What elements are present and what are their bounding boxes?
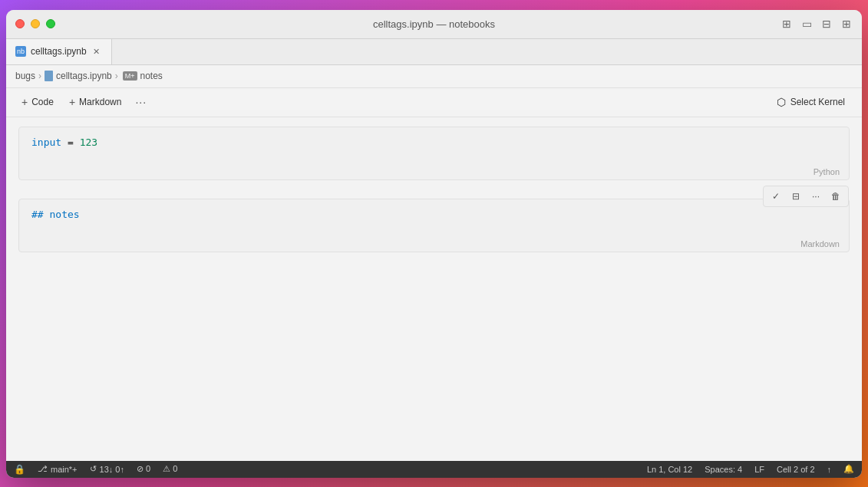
breadcrumb-bugs[interactable]: bugs — [15, 71, 35, 81]
code-number-123: 123 — [80, 137, 97, 148]
no-problems-label: ⊘ 0 — [137, 464, 150, 474]
position-label: Ln 1, Col 12 — [647, 465, 692, 474]
sync-label: 13↓ 0↑ — [100, 465, 124, 474]
tab-label: celltags.ipynb — [31, 46, 87, 57]
breadcrumb-bugs-label: bugs — [15, 71, 35, 81]
maximize-button[interactable] — [46, 19, 55, 28]
tab-bar: nb celltags.ipynb ✕ — [6, 39, 862, 65]
code-equals: = — [68, 137, 80, 148]
branch-status[interactable]: ⎇ main*+ — [38, 464, 78, 474]
sync-status[interactable]: ↺ 13↓ 0↑ — [90, 464, 124, 474]
source-icon[interactable]: ↑ — [827, 465, 832, 474]
add-code-button[interactable]: + Code — [15, 93, 60, 111]
cell-1-content[interactable]: input = 123 — [19, 127, 849, 164]
breadcrumb-sep-1: › — [38, 71, 41, 81]
tab-close-button[interactable]: ✕ — [91, 46, 102, 57]
cell-delete-button[interactable]: 🗑 — [827, 188, 845, 205]
title-bar: celltags.ipynb — notebooks ⊞ ▭ ⊟ ⊞ — [6, 10, 862, 39]
sidebar-icon[interactable]: ▭ — [800, 18, 813, 30]
branch-label: main*+ — [51, 465, 78, 474]
breadcrumb-file-label: celltags.ipynb — [56, 71, 112, 81]
traffic-lights — [15, 19, 55, 28]
cell-2-footer: Markdown — [19, 236, 849, 252]
kernel-icon: ⬡ — [777, 96, 786, 108]
sync-icon: ↺ — [90, 464, 97, 474]
breadcrumb-notes[interactable]: M+ notes — [121, 71, 163, 81]
close-button[interactable] — [15, 19, 25, 28]
plus-code-icon: + — [21, 96, 28, 108]
add-markdown-button[interactable]: + Markdown — [63, 93, 128, 111]
status-right: Ln 1, Col 12 Spaces: 4 LF Cell 2 of 2 ↑ … — [647, 464, 854, 474]
cell-confirm-button[interactable]: ✓ — [767, 188, 785, 205]
trash-icon: 🗑 — [831, 191, 840, 202]
layout-icon[interactable]: ⊞ — [840, 18, 853, 30]
breadcrumb-file[interactable]: celltags.ipynb — [45, 71, 112, 81]
notebook-icon: nb — [15, 46, 26, 57]
window-title: celltags.ipynb — notebooks — [373, 18, 495, 30]
cell-2[interactable]: ✓ ⊟ ··· 🗑 ## notes Markdown — [18, 199, 850, 252]
tab-celltags[interactable]: nb celltags.ipynb ✕ — [6, 39, 112, 64]
cell-toolbar: ✓ ⊟ ··· 🗑 — [763, 186, 849, 207]
warnings-label: ⚠ 0 — [163, 464, 177, 474]
branch-icon: ⎇ — [38, 464, 48, 474]
toolbar-more-button[interactable]: ··· — [130, 93, 151, 111]
markdown-heading: ## notes — [31, 209, 80, 220]
code-label: Code — [31, 97, 54, 107]
security-icon: 🔒 — [14, 464, 25, 475]
select-kernel-label: Select Kernel — [790, 97, 845, 107]
breadcrumb: bugs › celltags.ipynb › M+ notes — [6, 65, 862, 88]
plus-markdown-icon: + — [69, 96, 75, 108]
code-keyword-input: input — [31, 137, 61, 148]
status-bar: 🔒 ⎇ main*+ ↺ 13↓ 0↑ ⊘ 0 ⚠ 0 Ln 1, Col 12… — [6, 461, 862, 478]
file-icon — [45, 71, 53, 81]
cell-2-content[interactable]: ## notes — [19, 199, 849, 236]
app-window: celltags.ipynb — notebooks ⊞ ▭ ⊟ ⊞ nb ce… — [6, 10, 862, 478]
cell-1-language: Python — [814, 167, 840, 176]
breadcrumb-sep-2: › — [115, 71, 118, 81]
cell-info-label: Cell 2 of 2 — [777, 465, 815, 474]
notebook-content: input = 123 Python ✓ ⊟ ··· — [6, 117, 862, 461]
toolbar: + Code + Markdown ··· ⬡ Select Kernel — [6, 88, 862, 117]
title-bar-controls: ⊞ ▭ ⊟ ⊞ — [781, 18, 853, 30]
encoding-label: LF — [754, 465, 764, 474]
split-icon: ⊟ — [792, 191, 800, 202]
cell-more-icon: ··· — [812, 191, 820, 202]
grid-icon[interactable]: ⊞ — [781, 18, 793, 30]
select-kernel-button[interactable]: ⬡ Select Kernel — [769, 93, 853, 111]
breadcrumb-badge: M+ — [123, 71, 137, 81]
cell-more-button[interactable]: ··· — [807, 188, 825, 205]
breadcrumb-notes-label: notes — [140, 71, 163, 81]
cell-1-footer: Python — [19, 164, 849, 179]
notification-icon[interactable]: 🔔 — [843, 464, 854, 474]
split-icon[interactable]: ⊟ — [820, 18, 833, 30]
cell-2-language: Markdown — [800, 239, 840, 248]
spaces-label: Spaces: 4 — [705, 465, 742, 474]
warnings-status[interactable]: ⚠ 0 — [163, 464, 177, 474]
security-status[interactable]: 🔒 — [14, 464, 25, 475]
markdown-label: Markdown — [79, 97, 121, 107]
problems-status[interactable]: ⊘ 0 — [137, 464, 150, 474]
minimize-button[interactable] — [31, 19, 40, 28]
check-icon: ✓ — [772, 191, 780, 202]
cell-split-button[interactable]: ⊟ — [787, 188, 805, 205]
cell-1[interactable]: input = 123 Python — [18, 127, 850, 180]
